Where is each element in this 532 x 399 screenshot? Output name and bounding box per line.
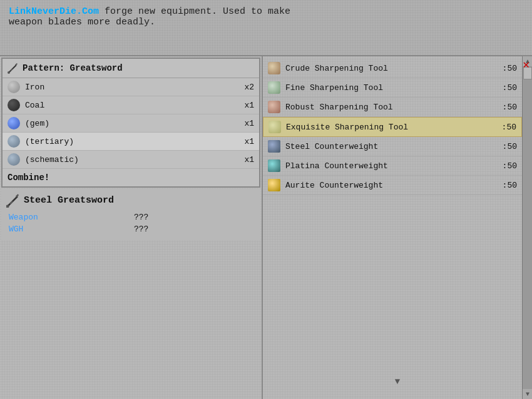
iron-label: Iron <box>25 83 244 92</box>
left-panel: Pattern: Greatsword Iron x2 Coal x1 (gem… <box>0 56 263 399</box>
coal-label: Coal <box>25 101 244 110</box>
weapon-label: Weapon <box>9 213 134 222</box>
craft-row-schematic[interactable]: (schematic) x1 <box>3 151 259 169</box>
gem-icon <box>8 117 20 129</box>
close-button[interactable]: ✕ <box>523 58 529 71</box>
description-line2: weapon blades more deadly. <box>9 17 523 28</box>
scroll-down-btn[interactable]: ▼ <box>523 389 532 399</box>
aurite-icon <box>268 179 280 191</box>
main-area: Pattern: Greatsword Iron x2 Coal x1 (gem… <box>0 56 532 399</box>
fine-name: Fine Sharpening Tool <box>285 83 503 93</box>
iron-qty: x2 <box>244 83 254 92</box>
craft-row-tertiary[interactable]: (tertiary) x1 <box>3 133 259 151</box>
coal-qty: x1 <box>244 101 254 110</box>
result-header: Steel Greatsword <box>6 194 255 206</box>
platina-icon <box>268 159 280 172</box>
wgh-value: ??? <box>134 225 148 234</box>
wgh-label: WGH <box>9 225 134 234</box>
robust-name: Robust Sharpening Tool <box>285 103 503 112</box>
fine-icon <box>268 81 280 94</box>
item-list: Crude Sharpening Tool :50 Fine Sharpenin… <box>263 59 532 195</box>
coal-icon <box>8 99 20 111</box>
result-sword-icon <box>6 194 19 206</box>
exquisite-price: :50 <box>502 123 516 132</box>
result-stat-wgh: WGH ??? <box>6 223 255 235</box>
robust-price: :50 <box>503 103 517 112</box>
schematic-qty: x1 <box>244 155 254 164</box>
gem-label: (gem) <box>25 119 244 128</box>
weapon-value: ??? <box>134 213 148 222</box>
craft-panel: Pattern: Greatsword Iron x2 Coal x1 (gem… <box>1 58 260 188</box>
aurite-name: Aurite Counterweight <box>285 181 503 190</box>
robust-icon <box>268 101 280 113</box>
schematic-label: (schematic) <box>25 155 244 164</box>
exquisite-icon <box>269 121 281 133</box>
item-row-platina[interactable]: Platina Counterweight :50 <box>263 156 522 176</box>
tertiary-label: (tertiary) <box>25 137 244 146</box>
craft-row-coal[interactable]: Coal x1 <box>3 96 259 114</box>
tertiary-icon <box>8 135 20 148</box>
item-row-aurite[interactable]: Aurite Counterweight :50 <box>263 176 522 195</box>
platina-name: Platina Counterweight <box>285 161 503 171</box>
steel-cw-price: :50 <box>503 142 517 151</box>
gem-qty: x1 <box>244 119 254 128</box>
exquisite-name: Exquisite Sharpening Tool <box>286 123 502 132</box>
scrollbar[interactable]: ▲ ▼ <box>522 56 532 399</box>
iron-icon <box>8 81 20 93</box>
platina-price: :50 <box>503 161 517 171</box>
fine-price: :50 <box>503 83 517 93</box>
item-row-fine[interactable]: Fine Sharpening Tool :50 <box>263 78 522 98</box>
description-line1: forge new equipment. Used to make <box>99 6 290 17</box>
crude-price: :50 <box>503 64 517 73</box>
craft-row-gem[interactable]: (gem) x1 <box>3 114 259 133</box>
svg-point-3 <box>8 71 10 74</box>
aurite-price: :50 <box>503 181 517 190</box>
site-link[interactable]: LinkNeverDie.Com <box>9 6 99 17</box>
craft-panel-title: Pattern: Greatsword <box>23 63 123 73</box>
item-row-crude[interactable]: Crude Sharpening Tool :50 <box>263 59 522 78</box>
description-bar: LinkNeverDie.Com forge new equipment. Us… <box>0 0 532 56</box>
result-stat-weapon: Weapon ??? <box>6 211 255 223</box>
schematic-icon <box>8 153 20 166</box>
steel-cw-name: Steel Counterweight <box>285 142 503 151</box>
crude-name: Crude Sharpening Tool <box>285 64 503 73</box>
craft-row-iron[interactable]: Iron x2 <box>3 78 259 96</box>
sword-icon <box>8 63 19 74</box>
item-row-exquisite[interactable]: Exquisite Sharpening Tool :50 <box>263 117 522 137</box>
crude-icon <box>268 62 280 74</box>
combine-button[interactable]: Combine! <box>3 169 259 186</box>
result-name: Steel Greatsword <box>24 195 114 206</box>
item-row-steel-cw[interactable]: Steel Counterweight :50 <box>263 137 522 156</box>
tertiary-qty: x1 <box>244 137 254 146</box>
scroll-down-arrow[interactable]: ▼ <box>395 376 400 386</box>
steel-cw-icon <box>268 140 280 153</box>
result-panel: Steel Greatsword Weapon ??? WGH ??? <box>1 189 260 240</box>
craft-panel-header: Pattern: Greatsword <box>3 59 259 78</box>
item-row-robust[interactable]: Robust Sharpening Tool :50 <box>263 98 522 117</box>
right-panel: ✕ Crude Sharpening Tool :50 Fine Sharpen… <box>263 56 532 399</box>
